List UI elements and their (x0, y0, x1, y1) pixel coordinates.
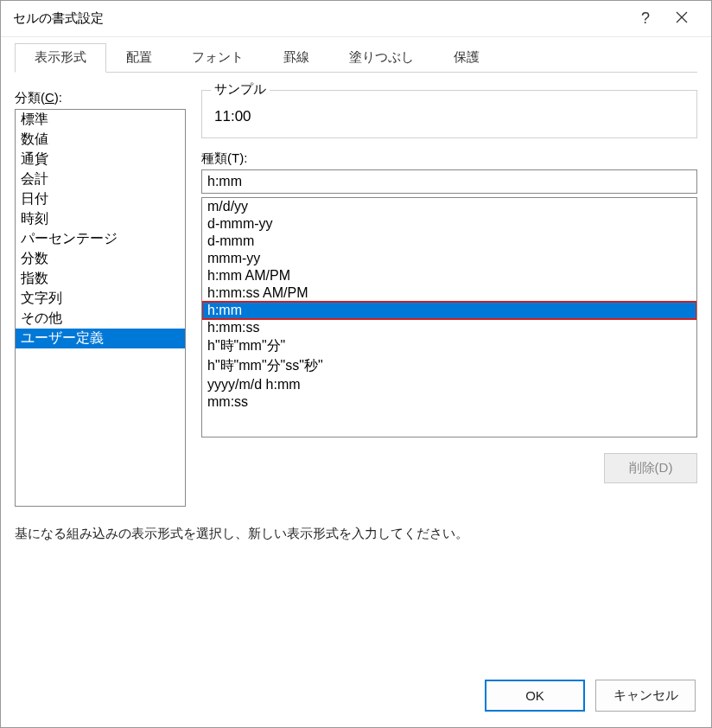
category-item[interactable]: ユーザー定義 (16, 329, 185, 348)
close-button[interactable] (663, 9, 701, 29)
format-cells-dialog: セルの書式設定 ? 表示形式配置フォント罫線塗りつぶし保護 分類(C): 標準数… (0, 0, 712, 728)
category-item[interactable]: 会計 (16, 169, 185, 189)
type-item[interactable]: h:mm:ss AM/PM (202, 284, 696, 302)
tab-bar: 表示形式配置フォント罫線塗りつぶし保護 (15, 42, 697, 73)
type-item[interactable]: h:mm:ss (202, 319, 696, 336)
close-icon (676, 11, 688, 23)
tab-5[interactable]: 保護 (434, 43, 499, 73)
content: 分類(C): 標準数値通貨会計日付時刻パーセンテージ分数指数文字列その他ユーザー… (15, 90, 697, 507)
tab-3[interactable]: 罫線 (264, 43, 329, 73)
type-item[interactable]: h"時"mm"分"ss"秒" (202, 356, 696, 376)
category-column: 分類(C): 標準数値通貨会計日付時刻パーセンテージ分数指数文字列その他ユーザー… (15, 90, 186, 507)
titlebar: セルの書式設定 ? (1, 1, 711, 37)
sample-value: 11:00 (214, 108, 684, 125)
category-item[interactable]: 文字列 (16, 289, 185, 309)
category-label: 分類(C): (15, 90, 186, 106)
sample-legend: サンプル (211, 81, 270, 98)
category-item[interactable]: 標準 (16, 110, 185, 130)
type-label: 種類(T): (201, 150, 697, 167)
tab-2[interactable]: フォント (172, 43, 264, 73)
dialog-footer: OK キャンセル (1, 666, 711, 727)
type-item[interactable]: h:mm (202, 302, 696, 319)
hint-text: 基になる組み込みの表示形式を選択し、新しい表示形式を入力してください。 (15, 526, 697, 542)
type-item[interactable]: h"時"mm"分" (202, 336, 696, 356)
sample-group: サンプル 11:00 (201, 90, 697, 138)
delete-row: 削除(D) (201, 453, 697, 483)
type-item[interactable]: d-mmm-yy (202, 215, 696, 233)
type-item[interactable]: yyyy/m/d h:mm (202, 376, 696, 393)
category-list[interactable]: 標準数値通貨会計日付時刻パーセンテージ分数指数文字列その他ユーザー定義 (15, 109, 186, 507)
ok-button[interactable]: OK (485, 680, 585, 712)
dialog-title: セルの書式設定 (13, 10, 628, 27)
type-item[interactable]: m/d/yy (202, 198, 696, 215)
type-item[interactable]: mmm-yy (202, 250, 696, 267)
tab-4[interactable]: 塗りつぶし (329, 43, 434, 73)
delete-button[interactable]: 削除(D) (604, 453, 697, 483)
category-item[interactable]: 時刻 (16, 209, 185, 229)
tab-1[interactable]: 配置 (106, 43, 172, 73)
category-item[interactable]: 日付 (16, 189, 185, 209)
type-item[interactable]: mm:ss (202, 393, 696, 411)
tab-0[interactable]: 表示形式 (15, 43, 106, 73)
type-item[interactable]: h:mm AM/PM (202, 267, 696, 284)
cancel-button[interactable]: キャンセル (595, 680, 696, 712)
category-item[interactable]: 数値 (16, 130, 185, 150)
category-item[interactable]: 通貨 (16, 150, 185, 169)
category-item[interactable]: その他 (16, 309, 185, 329)
help-button[interactable]: ? (628, 10, 663, 28)
details-column: サンプル 11:00 種類(T): m/d/yyd-mmm-yyd-mmmmmm… (201, 90, 697, 507)
category-item[interactable]: 指数 (16, 269, 185, 289)
type-list[interactable]: m/d/yyd-mmm-yyd-mmmmmm-yyh:mm AM/PMh:mm:… (201, 197, 697, 437)
type-item[interactable]: d-mmm (202, 233, 696, 250)
type-input[interactable] (201, 169, 697, 194)
category-item[interactable]: 分数 (16, 249, 185, 269)
dialog-body: 表示形式配置フォント罫線塗りつぶし保護 分類(C): 標準数値通貨会計日付時刻パ… (1, 37, 711, 666)
category-item[interactable]: パーセンテージ (16, 229, 185, 249)
